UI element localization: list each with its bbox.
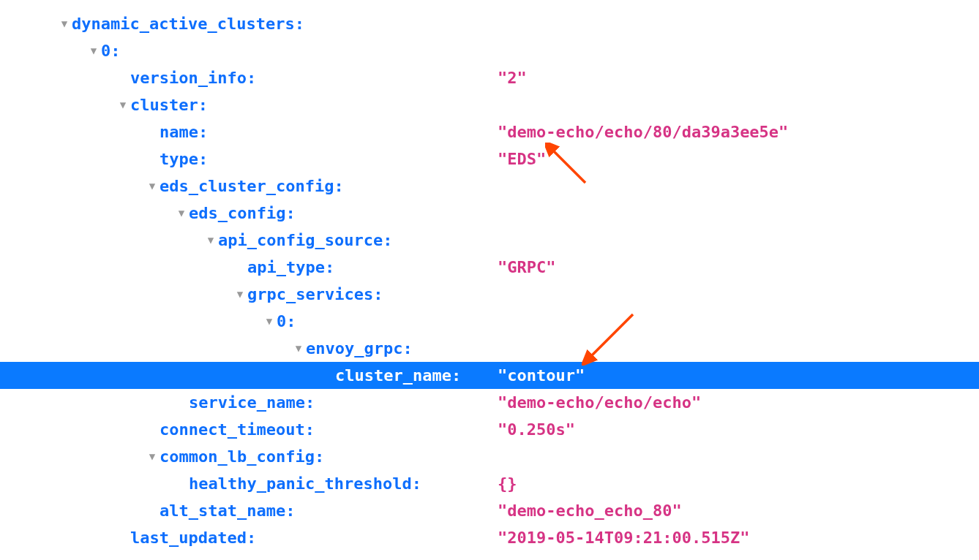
tree-row-container: ▼connect_timeout:"0.250s" xyxy=(0,416,979,443)
tree-row[interactable]: ▼common_lb_config: xyxy=(0,443,979,470)
tree-row-container: ▼envoy_grpc: xyxy=(0,335,979,362)
tree-row-container: ▼version_info:"2" xyxy=(0,64,979,91)
tree-row-container: ▼common_lb_config: xyxy=(0,443,979,470)
tree-row-container: ▼api_type:"GRPC" xyxy=(0,254,979,281)
tree-row-container: ▼0: xyxy=(0,37,979,64)
tree-row-container: ▼grpc_services: xyxy=(0,281,979,308)
tree-key: 0: xyxy=(277,308,296,336)
tree-key: type: xyxy=(160,145,208,173)
tree-row-container: ▼healthy_panic_threshold:{} xyxy=(0,470,979,497)
tree-key: api_type: xyxy=(247,254,334,281)
tree-row[interactable]: ▼cluster: xyxy=(0,91,979,118)
tree-row[interactable]: ▼api_config_source: xyxy=(0,227,979,254)
chevron-down-icon[interactable]: ▼ xyxy=(145,447,160,465)
tree-key: alt_stat_name: xyxy=(160,497,295,525)
tree-value: "EDS" xyxy=(483,150,546,168)
tree-row-container: ▼name:"demo-echo/echo/80/da39a3ee5e" xyxy=(0,118,979,145)
tree-row[interactable]: ▼connect_timeout:"0.250s" xyxy=(0,416,979,443)
tree-value: "demo-echo/echo/echo" xyxy=(483,393,701,412)
tree-row[interactable]: ▼cluster_name:"contour" xyxy=(0,362,979,389)
tree-key: common_lb_config: xyxy=(160,443,324,471)
tree-key: connect_timeout: xyxy=(160,416,315,444)
chevron-down-icon[interactable]: ▼ xyxy=(57,15,72,32)
chevron-down-icon[interactable]: ▼ xyxy=(86,42,101,59)
tree-row[interactable]: ▼0: xyxy=(0,308,979,335)
tree-value: "demo-echo/echo/80/da39a3ee5e" xyxy=(483,123,788,141)
tree-key: api_config_source: xyxy=(218,227,392,254)
tree-row[interactable]: ▼alt_stat_name:"demo-echo_echo_80" xyxy=(0,497,979,524)
tree-key: version_info: xyxy=(130,64,256,92)
tree-key: name: xyxy=(160,118,208,146)
chevron-down-icon[interactable]: ▼ xyxy=(291,339,306,357)
tree-key: dynamic_active_clusters: xyxy=(72,10,304,38)
tree-row[interactable]: ▼service_name:"demo-echo/echo/echo" xyxy=(0,389,979,416)
tree-key: last_updated: xyxy=(130,524,256,551)
chevron-down-icon[interactable]: ▼ xyxy=(203,231,218,249)
tree-key: cluster: xyxy=(130,91,208,119)
tree-row[interactable]: ▼eds_config: xyxy=(0,200,979,227)
tree-key: envoy_grpc: xyxy=(306,335,413,363)
tree-key: service_name: xyxy=(189,389,315,417)
tree-row-container: ▼0: xyxy=(0,308,979,335)
chevron-down-icon[interactable]: ▼ xyxy=(174,204,189,222)
tree-row[interactable]: ▼envoy_grpc: xyxy=(0,335,979,362)
chevron-down-icon[interactable]: ▼ xyxy=(233,285,247,303)
tree-row[interactable]: ▼last_updated:"2019-05-14T09:21:00.515Z" xyxy=(0,524,979,551)
tree-value: "GRPC" xyxy=(483,258,555,276)
tree-row[interactable]: ▼0: xyxy=(0,37,979,64)
tree-row[interactable]: ▼name:"demo-echo/echo/80/da39a3ee5e" xyxy=(0,118,979,145)
tree-value: "2019-05-14T09:21:00.515Z" xyxy=(483,529,749,547)
tree-row-container: ▼eds_config: xyxy=(0,200,979,227)
chevron-down-icon[interactable]: ▼ xyxy=(145,177,160,194)
tree-row-container: ▼dynamic_active_clusters: xyxy=(0,10,979,37)
tree-value: "contour" xyxy=(483,366,585,385)
tree-row-container: ▼cluster_name:"contour" xyxy=(0,362,979,389)
tree-key: eds_cluster_config: xyxy=(160,173,344,200)
tree-key: cluster_name: xyxy=(335,362,461,390)
tree-row[interactable]: ▼api_type:"GRPC" xyxy=(0,254,979,281)
tree-key: healthy_panic_threshold: xyxy=(189,470,421,498)
tree-row-container: ▼service_name:"demo-echo/echo/echo" xyxy=(0,389,979,416)
tree-row[interactable]: ▼type:"EDS" xyxy=(0,145,979,173)
tree-row[interactable]: ▼healthy_panic_threshold:{} xyxy=(0,470,979,497)
chevron-down-icon[interactable]: ▼ xyxy=(262,312,277,330)
tree-value: {} xyxy=(483,474,517,493)
tree-value: "2" xyxy=(483,69,527,87)
tree-row-container: ▼eds_cluster_config: xyxy=(0,173,979,200)
tree-row[interactable]: ▼grpc_services: xyxy=(0,281,979,308)
tree-row[interactable]: ▼eds_cluster_config: xyxy=(0,173,979,200)
json-tree-viewer: ▼dynamic_active_clusters:▼0:▼version_inf… xyxy=(0,10,979,551)
tree-row-container: ▼api_config_source: xyxy=(0,227,979,254)
tree-row-container: ▼type:"EDS" xyxy=(0,145,979,173)
tree-row-container: ▼alt_stat_name:"demo-echo_echo_80" xyxy=(0,497,979,524)
tree-row-container: ▼last_updated:"2019-05-14T09:21:00.515Z" xyxy=(0,524,979,551)
tree-key: grpc_services: xyxy=(247,281,383,309)
tree-row[interactable]: ▼version_info:"2" xyxy=(0,64,979,91)
tree-value: "demo-echo_echo_80" xyxy=(483,502,682,520)
chevron-down-icon[interactable]: ▼ xyxy=(116,96,130,113)
tree-row-container: ▼cluster: xyxy=(0,91,979,118)
tree-value: "0.250s" xyxy=(483,420,575,439)
tree-key: 0: xyxy=(101,37,121,65)
tree-key: eds_config: xyxy=(189,200,296,227)
tree-row[interactable]: ▼dynamic_active_clusters: xyxy=(0,10,979,37)
